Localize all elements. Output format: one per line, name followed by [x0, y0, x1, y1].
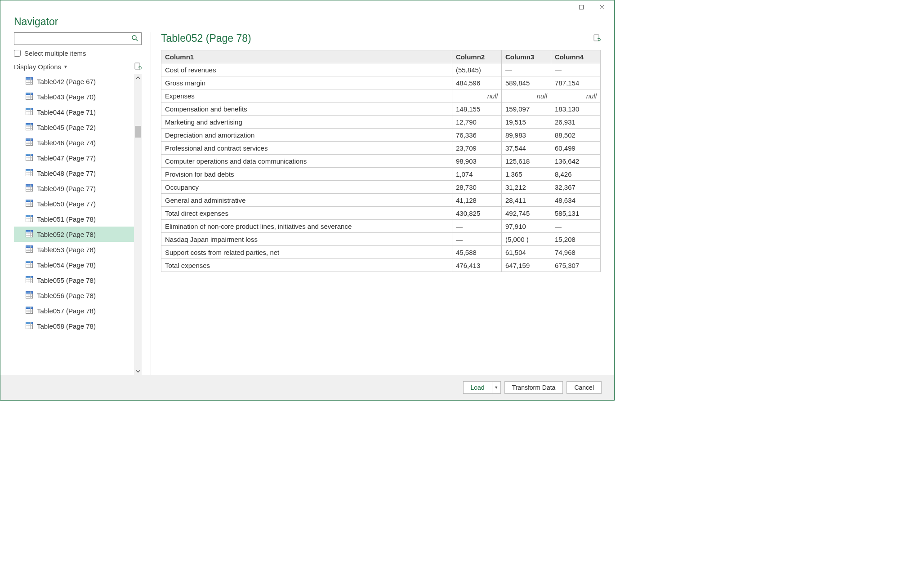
svg-line-4 — [136, 39, 138, 41]
table-icon — [26, 215, 33, 223]
tree-scrollbar[interactable] — [134, 74, 142, 375]
tree-item-label: Table054 (Page 78) — [37, 261, 96, 269]
svg-rect-56 — [26, 200, 33, 201]
column-header[interactable]: Column3 — [502, 50, 551, 63]
tree-item[interactable]: Table044 (Page 71) — [14, 104, 134, 120]
table-cell: 26,931 — [551, 116, 601, 129]
tree-item[interactable]: Table053 (Page 78) — [14, 242, 134, 257]
table-row: Total direct expenses430,825492,745585,1… — [161, 207, 601, 220]
svg-rect-50 — [26, 184, 33, 186]
svg-rect-86 — [26, 276, 33, 278]
table-cell: 476,413 — [452, 259, 502, 272]
preview-refresh-icon[interactable] — [593, 34, 601, 43]
tree-item-label: Table052 (Page 78) — [37, 231, 96, 238]
table-cell: — — [551, 220, 601, 233]
table-cell: 88,502 — [551, 129, 601, 142]
select-multiple-checkbox-row[interactable]: Select multiple items — [14, 49, 142, 57]
chevron-down-icon: ▼ — [63, 64, 68, 69]
table-cell: 60,499 — [551, 142, 601, 155]
load-dropdown-button[interactable]: ▼ — [492, 381, 501, 394]
column-header[interactable]: Column2 — [452, 50, 502, 63]
table-icon — [26, 245, 33, 254]
table-cell: 675,307 — [551, 259, 601, 272]
tree-item-label: Table046 (Page 74) — [37, 139, 96, 147]
load-button[interactable]: Load — [463, 381, 492, 394]
table-cell: — — [452, 220, 502, 233]
dialog-footer: Load ▼ Transform Data Cancel — [0, 375, 614, 400]
tree-item[interactable]: Table057 (Page 78) — [14, 303, 134, 318]
refresh-icon[interactable] — [134, 62, 142, 71]
svg-rect-80 — [26, 261, 33, 263]
table-cell: 12,790 — [452, 116, 502, 129]
tree-item-label: Table051 (Page 78) — [37, 215, 96, 223]
table-cell: Cost of revenues — [161, 63, 452, 76]
table-cell: 28,411 — [502, 194, 551, 207]
tree-item[interactable]: Table055 (Page 78) — [14, 272, 134, 288]
tree-item[interactable]: Table046 (Page 74) — [14, 135, 134, 150]
table-icon — [26, 230, 33, 239]
table-row: Depreciation and amortization76,33689,98… — [161, 129, 601, 142]
table-icon — [26, 123, 33, 132]
preview-pane: Table052 (Page 78) Column1Column2Column3… — [151, 32, 601, 375]
display-options-dropdown[interactable]: Display Options ▼ — [14, 63, 68, 71]
select-multiple-label: Select multiple items — [24, 49, 86, 57]
table-cell: 97,910 — [502, 220, 551, 233]
svg-rect-8 — [26, 77, 33, 79]
svg-rect-74 — [26, 245, 33, 247]
tree-item-label: Table047 (Page 77) — [37, 154, 96, 162]
display-options-row: Display Options ▼ — [14, 62, 142, 71]
tree-item[interactable]: Table045 (Page 72) — [14, 120, 134, 135]
tree-item-label: Table043 (Page 70) — [37, 93, 96, 101]
tree-item-label: Table045 (Page 72) — [37, 124, 96, 131]
cancel-button[interactable]: Cancel — [566, 381, 602, 394]
tree-item[interactable]: Table042 (Page 67) — [14, 74, 134, 89]
transform-data-button[interactable]: Transform Data — [504, 381, 563, 394]
tree-item[interactable]: Table050 (Page 77) — [14, 196, 134, 211]
table-cell: 48,634 — [551, 194, 601, 207]
tree-item[interactable]: Table049 (Page 77) — [14, 181, 134, 196]
column-header[interactable]: Column1 — [161, 50, 452, 63]
table-cell: 15,208 — [551, 233, 601, 246]
table-cell: — — [452, 233, 502, 246]
search-box[interactable] — [14, 32, 142, 45]
tree-item-label: Table057 (Page 78) — [37, 307, 96, 315]
close-button[interactable] — [592, 0, 612, 14]
tree-item[interactable]: Table043 (Page 70) — [14, 89, 134, 104]
table-cell: Total direct expenses — [161, 207, 452, 220]
table-cell: Gross margin — [161, 76, 452, 89]
scroll-down-button[interactable] — [134, 367, 142, 375]
tree-list: Table042 (Page 67)Table043 (Page 70)Tabl… — [14, 74, 134, 375]
tree-item[interactable]: Table048 (Page 77) — [14, 165, 134, 181]
table-cell: 492,745 — [502, 207, 551, 220]
maximize-button[interactable] — [571, 0, 592, 14]
preview-header: Table052 (Page 78) — [161, 32, 601, 45]
table-cell: 136,642 — [551, 155, 601, 168]
tree-item[interactable]: Table051 (Page 78) — [14, 211, 134, 227]
svg-rect-14 — [26, 93, 33, 94]
tree-item[interactable]: Table058 (Page 78) — [14, 318, 134, 334]
tree-item-label: Table055 (Page 78) — [37, 276, 96, 284]
table-row: Support costs from related parties, net4… — [161, 246, 601, 259]
scroll-thumb[interactable] — [135, 126, 141, 138]
tree-item[interactable]: Table056 (Page 78) — [14, 288, 134, 303]
table-cell: Professional and contract services — [161, 142, 452, 155]
tree-item[interactable]: Table052 (Page 78) — [14, 227, 134, 242]
select-multiple-checkbox[interactable] — [14, 50, 21, 57]
table-cell: (5,000 ) — [502, 233, 551, 246]
tree-item-label: Table056 (Page 78) — [37, 292, 96, 299]
column-header[interactable]: Column4 — [551, 50, 601, 63]
load-button-group: Load ▼ — [463, 381, 501, 394]
scroll-up-button[interactable] — [134, 74, 142, 81]
table-row: Computer operations and data communicati… — [161, 155, 601, 168]
tree-item[interactable]: Table047 (Page 77) — [14, 150, 134, 165]
table-cell: 45,588 — [452, 246, 502, 259]
table-row: Elimination of non-core product lines, i… — [161, 220, 601, 233]
tree-item[interactable]: Table054 (Page 78) — [14, 257, 134, 272]
tree-item-label: Table050 (Page 77) — [37, 200, 96, 208]
svg-rect-44 — [26, 169, 33, 171]
table-cell: Compensation and benefits — [161, 102, 452, 116]
search-input[interactable] — [17, 35, 131, 42]
table-cell: 98,903 — [452, 155, 502, 168]
tree-container: Table042 (Page 67)Table043 (Page 70)Tabl… — [14, 74, 142, 375]
svg-rect-0 — [580, 5, 584, 9]
